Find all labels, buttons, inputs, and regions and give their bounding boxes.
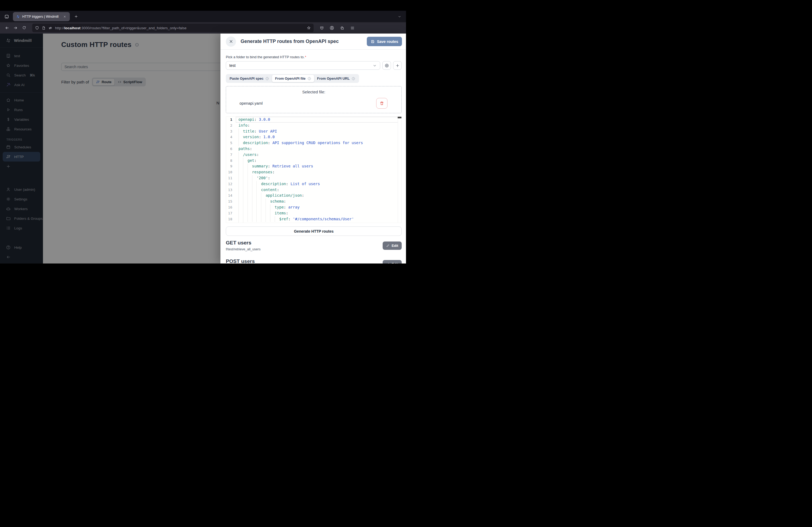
- code-line[interactable]: 2info:: [226, 123, 402, 129]
- line-number: 3: [226, 129, 236, 134]
- code-text: version: 1.0.0: [236, 134, 402, 140]
- edit-route-button[interactable]: Edit: [383, 260, 402, 264]
- page-info-icon[interactable]: [42, 26, 46, 30]
- browser-tab[interactable]: HTTP triggers | Windmill: [13, 12, 70, 21]
- account-button[interactable]: [328, 24, 336, 32]
- drawer-title: Generate HTTP routes from OpenAPI spec: [241, 39, 367, 44]
- code-line[interactable]: 7 /users:: [226, 152, 402, 158]
- new-tab-button[interactable]: [72, 13, 80, 21]
- code-line[interactable]: 9 summary: Retrieve all users: [226, 163, 402, 169]
- line-number: 15: [226, 199, 236, 205]
- drawer-body: Pick a folder to bind the generated HTTP…: [220, 50, 406, 264]
- extensions-button[interactable]: [338, 24, 346, 32]
- url-text[interactable]: http://localhost:3000/routes?filter_path…: [55, 26, 304, 30]
- folder-select[interactable]: test: [226, 61, 380, 70]
- macos-menubar: [0, 0, 406, 11]
- code-text: description: List of users: [236, 181, 402, 187]
- windmill-favicon: [16, 15, 20, 19]
- code-line[interactable]: 8 get:: [226, 158, 402, 164]
- screen: HTTP triggers | Windmill http://localhos…: [0, 0, 406, 264]
- generate-routes-button[interactable]: Generate HTTP routes: [226, 226, 402, 236]
- line-number: 11: [226, 175, 236, 181]
- code-line[interactable]: 10 responses:: [226, 169, 402, 175]
- chevron-down-icon: [373, 64, 377, 67]
- puzzle-icon: [340, 26, 345, 30]
- route-path: f/test/retrieve_all_users: [226, 247, 383, 251]
- firefox-view-button[interactable]: [3, 13, 11, 21]
- bookmark-star-icon[interactable]: [307, 26, 311, 30]
- code-line[interactable]: 17 items:: [226, 210, 402, 216]
- info-icon: [265, 77, 269, 80]
- pocket-icon: [320, 26, 324, 30]
- drawer-close-button[interactable]: [226, 36, 236, 47]
- code-line[interactable]: 6paths:: [226, 146, 402, 152]
- openapi-code-editor[interactable]: 1openapi: 3.0.02info:3 title: User API4 …: [226, 117, 402, 223]
- code-text: content:: [236, 187, 402, 193]
- tab-close-icon[interactable]: [62, 14, 68, 19]
- back-icon: [4, 26, 10, 30]
- route-title: GET users: [226, 240, 383, 246]
- tab-from-openapi-file[interactable]: From OpenAPI file: [272, 75, 314, 82]
- code-line[interactable]: 5 description: API supporting CRUD opera…: [226, 140, 402, 146]
- remove-file-button[interactable]: [376, 98, 388, 109]
- url-bar[interactable]: http://localhost:3000/routes?filter_path…: [32, 24, 314, 32]
- line-number: 9: [226, 163, 236, 169]
- selected-file-box: Selected file: openapi.yaml: [226, 86, 402, 113]
- code-text: paths:: [236, 146, 402, 152]
- code-line[interactable]: 3 title: User API: [226, 129, 402, 134]
- line-number: 19: [226, 222, 236, 223]
- code-text: $ref: '#/components/schemas/User': [236, 216, 402, 222]
- forward-icon: [13, 26, 18, 30]
- code-line[interactable]: 15 schema:: [226, 199, 402, 205]
- code-text: '200':: [236, 175, 402, 181]
- line-number: 12: [226, 181, 236, 187]
- code-text: get:: [236, 158, 402, 164]
- edit-route-button[interactable]: Edit: [383, 241, 402, 250]
- code-line[interactable]: 11 '200':: [226, 175, 402, 181]
- code-line[interactable]: 18 $ref: '#/components/schemas/User': [226, 216, 402, 222]
- tab-paste-openapi-spec[interactable]: Paste OpenAPI spec: [227, 75, 272, 82]
- tab-from-openapi-url[interactable]: From OpenAPI URL: [314, 75, 358, 82]
- forward-button[interactable]: [11, 24, 20, 32]
- code-line[interactable]: 4 version: 1.0.0: [226, 134, 402, 140]
- drawer-overlay[interactable]: [0, 33, 220, 264]
- line-number: 14: [226, 193, 236, 199]
- save-routes-button[interactable]: Save routes: [367, 37, 402, 46]
- line-number: 10: [226, 169, 236, 175]
- preview-folder-button[interactable]: [382, 61, 391, 70]
- code-line[interactable]: 16 type: array: [226, 205, 402, 210]
- shield-icon[interactable]: [35, 26, 39, 30]
- spec-source-tabs: Paste OpenAPI specFrom OpenAPI fileFrom …: [226, 74, 359, 83]
- info-icon: [307, 77, 311, 80]
- code-line[interactable]: 12 description: List of users: [226, 181, 402, 187]
- folder-select-value: test: [229, 63, 373, 67]
- eye-icon: [385, 63, 389, 68]
- code-text: openapi: 3.0.0: [236, 117, 402, 123]
- plus-icon: [395, 63, 400, 68]
- line-number: 8: [226, 158, 236, 164]
- code-line[interactable]: 14 application/json:: [226, 193, 402, 199]
- pocket-button[interactable]: [317, 24, 326, 32]
- back-button[interactable]: [3, 24, 11, 32]
- plus-icon: [74, 15, 78, 18]
- app-menu-button[interactable]: [348, 24, 357, 32]
- code-line[interactable]: 1openapi: 3.0.0: [226, 117, 402, 123]
- add-folder-button[interactable]: [393, 61, 402, 70]
- permissions-sliders-icon[interactable]: [48, 26, 53, 30]
- close-icon: [229, 39, 233, 44]
- line-number: 16: [226, 205, 236, 210]
- list-all-tabs-button[interactable]: [396, 13, 403, 20]
- selected-file-label: Selected file:: [230, 90, 397, 94]
- editor-scrollbar-thumb[interactable]: [398, 117, 402, 118]
- code-line[interactable]: 19 post:: [226, 222, 402, 223]
- line-number: 18: [226, 216, 236, 222]
- reload-button[interactable]: [20, 24, 28, 32]
- save-icon: [371, 40, 375, 44]
- line-number: 6: [226, 146, 236, 152]
- editor-scrollbar[interactable]: [398, 117, 402, 223]
- line-number: 17: [226, 210, 236, 216]
- browser-nav-bar: http://localhost:3000/routes?filter_path…: [0, 22, 406, 33]
- code-line[interactable]: 13 content:: [226, 187, 402, 193]
- route-title: POST users: [226, 258, 383, 264]
- code-text: info:: [236, 123, 402, 129]
